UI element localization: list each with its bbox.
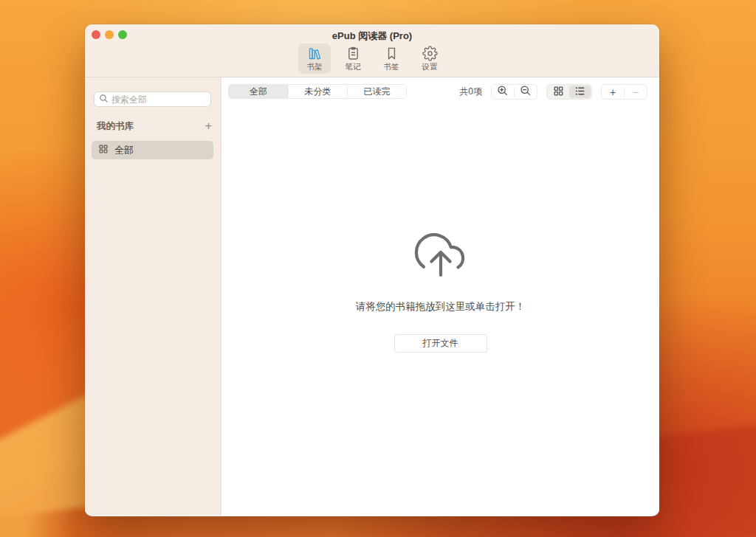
window-title: ePub 阅读器 (Pro) <box>85 24 659 43</box>
toolbar-tab-label: 书签 <box>384 62 399 72</box>
search-input[interactable] <box>111 94 206 105</box>
bookshelf-icon <box>307 46 323 61</box>
window-header: ePub 阅读器 (Pro) 书架 <box>85 24 659 77</box>
grid-view-button[interactable] <box>548 86 569 98</box>
window-content: 我的书库 + 全部 全部 未分类 <box>85 77 659 516</box>
items-count: 共0项 <box>459 86 482 98</box>
fullscreen-button[interactable] <box>118 30 127 39</box>
zoom-in-icon <box>497 85 509 99</box>
list-view-button[interactable] <box>569 86 591 98</box>
toolbar-tab-settings[interactable]: 设置 <box>413 44 446 74</box>
zoom-in-button[interactable] <box>492 85 514 99</box>
toolbar-tab-label: 笔记 <box>346 62 361 72</box>
filter-tab-finished[interactable]: 已读完 <box>347 85 406 98</box>
library-section-title: 我的书库 <box>97 120 134 133</box>
open-file-button[interactable]: 打开文件 <box>394 334 487 353</box>
close-button[interactable] <box>92 30 100 39</box>
plus-icon: + <box>610 87 616 97</box>
cloud-upload-icon <box>412 228 470 284</box>
library-controls: 共0项 <box>459 84 647 100</box>
filter-tab-all[interactable]: 全部 <box>229 85 288 98</box>
settings-gear-icon <box>422 46 438 61</box>
search-box[interactable] <box>94 91 211 107</box>
sidebar-item-label: 全部 <box>114 144 134 157</box>
library-section-header: 我的书库 + <box>97 119 212 133</box>
main-panel: 全部 未分类 已读完 共0项 <box>221 77 659 516</box>
toolbar-tab-notes[interactable]: 笔记 <box>337 44 369 74</box>
minimize-button[interactable] <box>105 30 114 39</box>
traffic-lights <box>92 30 127 39</box>
minus-icon: − <box>633 87 639 97</box>
size-controls: + − <box>601 84 647 100</box>
sidebar-item-all[interactable]: 全部 <box>92 141 213 159</box>
notes-icon <box>346 46 361 61</box>
search-icon <box>99 93 109 106</box>
add-library-button[interactable]: + <box>205 121 212 131</box>
view-toggle <box>546 84 592 100</box>
toolbar-tab-bookshelf[interactable]: 书架 <box>298 44 331 74</box>
grid-icon <box>98 144 109 156</box>
toolbar-tab-label: 书架 <box>307 62 323 72</box>
zoom-controls <box>491 84 537 100</box>
list-view-icon <box>574 86 585 99</box>
empty-state-dropzone[interactable]: 请将您的书籍拖放到这里或单击打开！ 打开文件 <box>221 228 659 353</box>
library-toolbar: 全部 未分类 已读完 共0项 <box>221 77 659 100</box>
bookmark-icon <box>384 46 399 61</box>
toolbar-tab-bookmarks[interactable]: 书签 <box>375 44 408 74</box>
app-toolbar: 书架 笔记 书签 <box>85 44 659 74</box>
grid-view-icon <box>553 86 564 99</box>
decrease-size-button[interactable]: − <box>625 85 647 99</box>
increase-size-button[interactable]: + <box>602 85 624 99</box>
app-window: ePub 阅读器 (Pro) 书架 <box>85 24 659 516</box>
sidebar: 我的书库 + 全部 <box>85 77 221 516</box>
zoom-out-button[interactable] <box>515 85 537 99</box>
filter-tabs: 全部 未分类 已读完 <box>228 84 407 99</box>
filter-tab-uncategorized[interactable]: 未分类 <box>288 85 347 98</box>
zoom-out-icon <box>520 85 532 99</box>
empty-state-message: 请将您的书籍拖放到这里或单击打开！ <box>356 300 526 313</box>
toolbar-tab-label: 设置 <box>422 62 438 72</box>
